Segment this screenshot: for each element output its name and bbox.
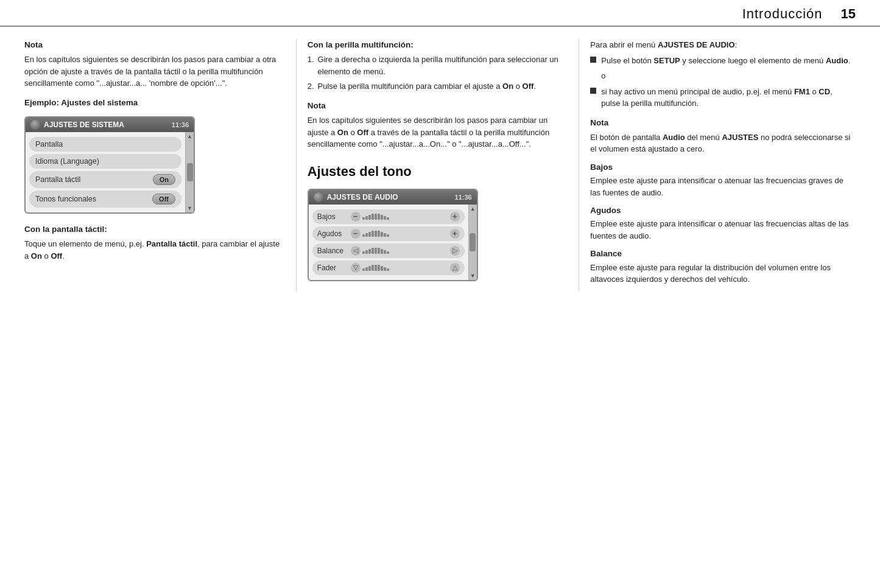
para-abrir-text: Para abrir el menú AJUSTES DE AUDIO: [590, 39, 851, 51]
bajos-text: Emplee este ajuste para intensificar o a… [590, 175, 851, 198]
nota-text-mid: En los capítulos siguientes se describir… [308, 114, 568, 150]
bar [375, 265, 377, 271]
slider-fader-right[interactable]: △ [450, 263, 460, 273]
mock-row-tonos: Tonos funcionales Off [29, 191, 181, 208]
slider-agudos-minus[interactable]: − [351, 229, 361, 239]
slider-fader-bars [362, 265, 389, 271]
toggle-on-button[interactable]: On [153, 174, 175, 185]
mock-sistema-screen: AJUSTES DE SISTEMA 11:36 Pantalla Idioma… [24, 116, 195, 214]
step-1: 1. Gire a derecha o izquierda la perilla… [308, 54, 568, 77]
slider-agudos-track [362, 229, 448, 238]
bar [371, 248, 374, 254]
balance-heading: Balance [590, 248, 851, 260]
bar [387, 234, 389, 237]
perilla-heading-bold: Con la perilla multifunción: [308, 40, 414, 49]
mock-row-pantalla-tactil-control[interactable]: On [153, 174, 175, 185]
slider-agudos-bars [362, 231, 389, 237]
scroll-thumb [187, 163, 193, 181]
mock-row-pantalla-tactil-label: Pantalla táctil [35, 175, 153, 184]
mock-row-idioma: Idioma (Language) [29, 154, 181, 169]
pantalla-tactil-text: Toque un elemento de menú, p.ej. Pantall… [24, 238, 285, 262]
mock-row-pantalla-label: Pantalla [35, 140, 175, 149]
pantalla-tactil-heading: Con la pantalla táctil: [24, 223, 285, 236]
on-text: On [31, 251, 42, 261]
bar [362, 234, 365, 237]
mock-audio-rows: Bajos − [309, 205, 468, 280]
bar [381, 249, 383, 254]
bar [371, 214, 374, 220]
slider-agudos-plus[interactable]: + [450, 229, 460, 239]
fm1-bold: FM1 [794, 87, 810, 96]
col-right: Para abrir el menú AJUSTES DE AUDIO: Pul… [579, 39, 862, 291]
mock-row-pantalla: Pantalla [29, 137, 181, 152]
bar [387, 251, 389, 254]
bullet-list-audio: Pulse el botón SETUP y seleccione luego … [590, 55, 851, 67]
mock-row-idioma-label: Idioma (Language) [35, 157, 175, 166]
bar [362, 251, 365, 254]
slider-bajos-track [362, 212, 448, 221]
mock-slider-bajos: Bajos − [312, 209, 465, 224]
bar [387, 268, 389, 271]
off-mid: Off [357, 128, 368, 137]
off-text: Off [51, 251, 62, 261]
mock-audio-icon [314, 192, 323, 202]
audio-scroll-thumb [470, 233, 476, 251]
slider-balance-left[interactable]: ◁ [351, 246, 361, 256]
step-2-text: Pulse la perilla multifunción para cambi… [318, 80, 536, 93]
bar [362, 217, 365, 220]
slider-agudos-label: Agudos [317, 229, 351, 238]
slider-fader-left[interactable]: ▽ [351, 263, 361, 273]
slider-balance-right[interactable]: ▷ [450, 246, 460, 256]
mock-audio-time: 11:36 [455, 194, 472, 201]
audio-bold-nota: Audio [663, 133, 685, 142]
mock-audio-body: Bajos − [309, 205, 477, 280]
perilla-steps: 1. Gire a derecha o izquierda la perilla… [308, 54, 568, 93]
slider-bajos-plus[interactable]: + [450, 212, 460, 222]
bar [384, 267, 386, 271]
mock-slider-agudos: Agudos − [312, 226, 465, 241]
ajustes-bold-nota: AJUSTES [722, 133, 758, 142]
mock-slider-fader: Fader ▽ [312, 261, 465, 275]
bullet-1: Pulse el botón SETUP y seleccione luego … [590, 55, 851, 67]
ajustes-tono-heading: Ajustes del tono [308, 161, 568, 181]
slider-bajos-label: Bajos [317, 212, 351, 221]
bar [384, 233, 386, 237]
agudos-text: Emplee este ajuste para intensificar o a… [590, 218, 851, 242]
bar [368, 215, 371, 220]
scroll-up-arrow: ▲ [187, 133, 192, 139]
cd-bold: CD [818, 87, 830, 96]
page-title: Introducción [742, 6, 823, 22]
slider-balance-track [362, 247, 448, 255]
bar [378, 231, 380, 237]
bar [368, 249, 371, 254]
toggle-off-button[interactable]: Off [152, 194, 175, 205]
bar [371, 231, 374, 237]
slider-balance-label: Balance [317, 247, 351, 255]
bar [365, 250, 368, 254]
on-bold: On [502, 82, 513, 91]
off-bold: Off [523, 82, 534, 91]
bullet-square-2 [590, 88, 596, 94]
bar [384, 250, 386, 254]
page-header: Introducción 15 [0, 0, 880, 27]
agudos-heading: Agudos [590, 205, 851, 217]
bajos-heading: Bajos [590, 161, 851, 173]
slider-bajos-minus[interactable]: − [351, 212, 361, 222]
scroll-down-arrow: ▼ [187, 205, 192, 211]
col-mid: Con la perilla multifunción: 1. Gire a d… [297, 39, 580, 291]
mock-sistema-time: 11:36 [172, 121, 189, 128]
bar [381, 232, 383, 237]
slider-bajos-bars [362, 214, 389, 220]
page-number: 15 [841, 6, 856, 22]
bar [371, 265, 374, 271]
bullet-square-1 [590, 57, 596, 63]
balance-text: Emplee este ajuste para regular la distr… [590, 262, 851, 285]
bullet-2-text: si hay activo un menú principal de audio… [601, 86, 851, 110]
step-1-text: Gire a derecha o izquierda la perilla mu… [318, 54, 568, 77]
perilla-heading: Con la perilla multifunción: [308, 39, 568, 51]
mock-row-tonos-control[interactable]: Off [152, 194, 175, 205]
mock-audio-screen: AJUSTES DE AUDIO 11:36 Bajos − [308, 189, 478, 281]
setup-bold: SETUP [653, 56, 680, 65]
bar [365, 216, 368, 220]
bar [378, 214, 380, 220]
